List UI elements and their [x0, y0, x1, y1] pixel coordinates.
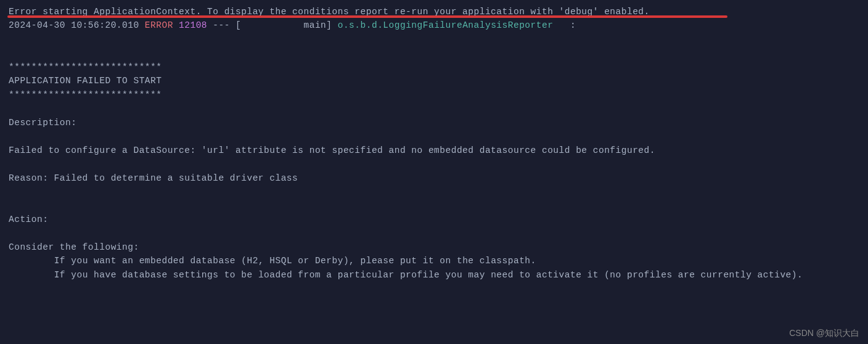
log-level: ERROR	[145, 20, 173, 30]
blank-line	[9, 157, 859, 171]
blank-line	[9, 33, 859, 46]
log-thread: --- [ main]	[207, 20, 338, 30]
log-separator-stars: ***************************	[9, 88, 859, 102]
log-separator-stars: ***************************	[9, 60, 859, 74]
log-action-header: Action:	[9, 213, 859, 226]
log-logger-suffix: :	[553, 20, 576, 30]
log-pid: 12108	[173, 20, 207, 30]
log-reason-text: Reason: Failed to determine a suitable d…	[9, 171, 859, 185]
log-consider-item: If you have database settings to be load…	[9, 268, 859, 282]
log-fail-header: APPLICATION FAILED TO START	[9, 74, 859, 88]
log-timestamp: 2024-04-30 10:56:20.010	[9, 20, 145, 30]
annotation-underline-icon	[7, 15, 727, 18]
log-logger-name: o.s.b.d.LoggingFailureAnalysisReporter	[338, 20, 554, 30]
blank-line	[9, 227, 859, 240]
blank-line	[9, 46, 859, 60]
log-consider-header: Consider the following:	[9, 240, 859, 254]
blank-line	[9, 199, 859, 213]
blank-line	[9, 185, 859, 199]
blank-line	[9, 129, 859, 143]
log-description-text: Failed to configure a DataSource: 'url' …	[9, 144, 859, 157]
blank-line	[9, 102, 859, 115]
log-description-header: Description:	[9, 116, 859, 129]
log-line-reporter: 2024-04-30 10:56:20.010 ERROR 12108 --- …	[9, 18, 859, 32]
log-consider-item: If you want an embedded database (H2, HS…	[9, 254, 859, 268]
watermark-text: CSDN @知识大白	[789, 327, 859, 340]
